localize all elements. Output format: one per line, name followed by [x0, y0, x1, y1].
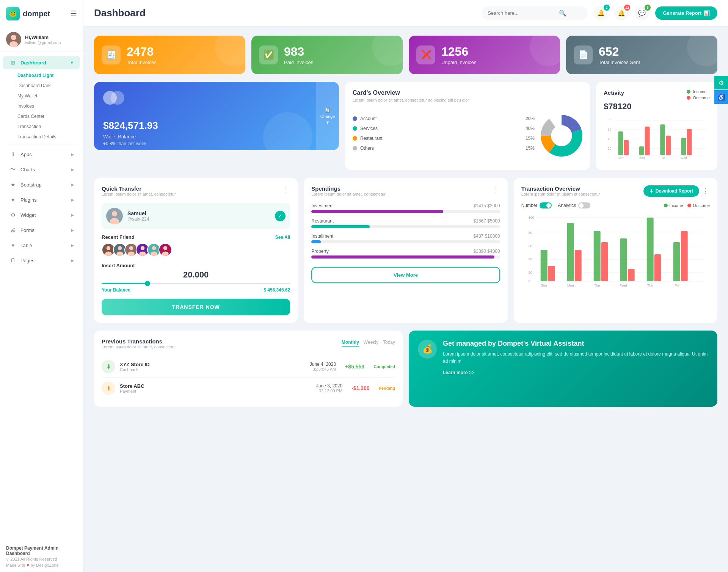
sidebar-item-table[interactable]: ≡ Table ▶: [3, 238, 80, 252]
svg-text:Sun: Sun: [618, 156, 624, 160]
sidebar-label-dashboard: Dashboard: [20, 60, 70, 66]
sidebar-sub-transaction-details[interactable]: Transaction Details: [0, 132, 83, 142]
svg-rect-70: [628, 269, 634, 281]
analytics-toggle[interactable]: [578, 202, 590, 208]
amount-display: 20.000: [102, 270, 290, 280]
alerts-btn[interactable]: 🔔 12: [614, 6, 629, 20]
legend-item-restaurant: Restaurant 15%: [353, 136, 535, 141]
wallet-section: $824,571.93 Wallet Balance +0.8% than la…: [94, 82, 339, 170]
transfer-avatar: [106, 208, 123, 224]
messages-btn[interactable]: 💬 5: [635, 6, 649, 20]
sidebar-item-forms[interactable]: 🖨 Forms ▶: [3, 223, 80, 237]
legend-dot: [353, 126, 357, 131]
generate-report-button[interactable]: Generate Report 📊: [655, 6, 717, 20]
qt-header: Quick Transfer Lorem ipsum dolor sit ame…: [102, 185, 290, 202]
sidebar-label-pages: Pages: [20, 258, 71, 263]
spending-bar-bg: [311, 225, 500, 228]
middle-row: $824,571.93 Wallet Balance +0.8% than la…: [94, 82, 717, 170]
sub-label: Transaction Details: [17, 134, 56, 139]
trans-amount: -$1,200: [351, 385, 369, 391]
svg-text:100: 100: [528, 216, 534, 219]
notifications-btn[interactable]: 🔔 2: [594, 6, 608, 20]
svg-text:Mon: Mon: [567, 284, 574, 287]
cards-overview-subtitle: Lorem ipsum dolor sit amet, consectetur …: [353, 98, 582, 102]
table-icon: ≡: [9, 241, 17, 249]
svg-text:60: 60: [528, 244, 532, 248]
sidebar-item-bootstrap[interactable]: ★ Bootstrap ▶: [3, 178, 80, 191]
sidebar-sub-invoices[interactable]: Invoices: [0, 101, 83, 111]
spending-item-investment: Investment $1415 $2000: [311, 203, 500, 213]
toggle-knob: [546, 203, 551, 208]
slider-track: [102, 283, 290, 284]
svg-point-38: [116, 251, 123, 256]
user-info: Hi,William william@gmail.com: [25, 34, 61, 45]
legend-item-account: Account 20%: [353, 116, 535, 121]
svg-rect-22: [660, 124, 665, 155]
time-text: 05:34:45 AM: [310, 367, 336, 371]
accessibility-panel-btn[interactable]: ♿: [714, 90, 728, 104]
sidebar-item-plugins[interactable]: ♥ Plugins ▶: [3, 193, 80, 207]
sidebar-sub-transaction[interactable]: Transaction: [0, 121, 83, 132]
hamburger-icon[interactable]: ☰: [70, 9, 77, 18]
spending-cat: Investment: [311, 203, 334, 208]
forms-icon: 🖨: [9, 226, 17, 234]
sidebar-item-charts[interactable]: 〜 Charts ▶: [3, 163, 80, 176]
total-invoices-label: Total Invoices: [127, 60, 157, 65]
spending-amounts: $487 $10000: [474, 234, 500, 239]
transfer-now-button[interactable]: TRANSFER NOW: [102, 299, 290, 315]
tab-monthly[interactable]: Monthly: [342, 338, 359, 347]
settings-panel-btn[interactable]: ⚙: [714, 76, 728, 89]
slider-thumb[interactable]: [145, 281, 150, 286]
svg-rect-67: [593, 231, 600, 281]
sidebar-item-dashboard[interactable]: ⊞ Dashboard ▼: [3, 56, 80, 69]
legend-pct: 15%: [526, 146, 535, 151]
prev-header: Previous Transactions Lorem ipsum dolor …: [102, 338, 395, 354]
see-all-link[interactable]: See All: [275, 235, 290, 240]
spending-cat: Installment: [311, 234, 333, 239]
total-invoices-info: 2478 Total Invoices: [127, 45, 157, 65]
sidebar-sub-dashboard-dark[interactable]: Dashboard Dark: [0, 80, 83, 91]
qt-menu-icon[interactable]: ⋮: [282, 185, 290, 194]
va-learn-more-link[interactable]: Learn more >>: [443, 370, 474, 375]
svg-text:40: 40: [528, 257, 532, 261]
legend-label: Restaurant: [360, 136, 522, 141]
cards-overview-title: Card's Overview: [353, 89, 582, 96]
search-input[interactable]: [488, 10, 556, 16]
trans-icon-upload: ⬆: [102, 381, 115, 395]
transfer-user-name: Samuel: [127, 210, 149, 216]
svg-text:Tue: Tue: [660, 156, 665, 160]
spendings-card: Spendings Lorem ipsum dolor sit amet, co…: [304, 178, 507, 323]
sidebar-sub-dashboard-light[interactable]: Dashboard Light: [0, 70, 83, 80]
sp-menu-icon[interactable]: ⋮: [493, 185, 500, 194]
number-toggle[interactable]: [540, 202, 552, 208]
chevron-down-icon: ▼: [326, 120, 330, 125]
qt-subtitle: Lorem ipsum dolor sit amet, consectetur: [102, 192, 176, 196]
view-more-button[interactable]: View More: [311, 267, 500, 283]
sidebar-item-widget[interactable]: ⚙ Widget ▶: [3, 208, 80, 222]
tab-today[interactable]: Today: [383, 338, 395, 347]
header-actions: 🔔 2 🔔 12 💬 5 Generate Report 📊: [594, 6, 717, 20]
alerts-badge: 12: [624, 5, 630, 11]
tab-weekly[interactable]: Weekly: [364, 338, 378, 347]
total-invoices-icon: 🧾: [102, 45, 121, 64]
toggle-knob: [579, 203, 584, 208]
sent-invoices-label: Total Invoices Sent: [599, 60, 640, 65]
transfer-user-info: Samuel @saim224: [127, 210, 149, 222]
spending-bar: [311, 210, 443, 213]
dashboard-icon: ⊞: [9, 59, 17, 66]
spending-header: Property $3890 $4000: [311, 249, 500, 254]
sidebar-item-pages[interactable]: 🗒 Pages ▶: [3, 254, 80, 267]
qt-title: Quick Transfer: [102, 185, 176, 192]
unpaid-invoices-icon: ❌: [416, 45, 435, 64]
sidebar-label-plugins: Plugins: [20, 197, 71, 203]
download-report-button[interactable]: ⬇ Download Report: [643, 185, 699, 197]
trans-menu-icon[interactable]: ⋮: [702, 187, 710, 195]
wallet-card: $824,571.93 Wallet Balance +0.8% than la…: [94, 82, 339, 150]
wallet-change-btn[interactable]: 🔄 Change ▼: [316, 82, 339, 150]
sidebar-sub-my-wallet[interactable]: My Wallet: [0, 91, 83, 101]
svg-rect-63: [540, 250, 547, 281]
sidebar-sub-cards-center[interactable]: Cards Center: [0, 111, 83, 121]
svg-point-49: [163, 246, 168, 250]
svg-rect-66: [574, 250, 581, 281]
sidebar-item-apps[interactable]: ℹ Apps ▶: [3, 147, 80, 161]
